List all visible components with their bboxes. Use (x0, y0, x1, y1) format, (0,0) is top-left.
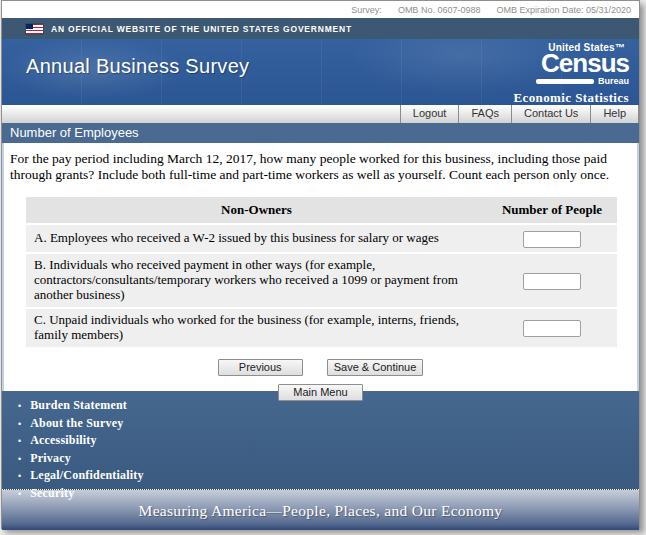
bullet-icon: • (18, 454, 21, 464)
footer-link-label[interactable]: About the Survey (30, 416, 123, 431)
browser-viewport: Survey: OMB No. 0607-0988 OMB Expiration… (0, 0, 646, 535)
survey-label: Survey: (351, 5, 382, 15)
bullet-icon: • (18, 436, 21, 446)
omb-number: OMB No. 0607-0988 (398, 5, 481, 15)
bullet-icon: • (18, 489, 21, 499)
main-menu-button[interactable]: Main Menu (278, 384, 363, 401)
row-c-input-cell (487, 318, 617, 337)
footer-link-label[interactable]: Burden Statement (30, 398, 127, 413)
footer-link-label[interactable]: Accessibility (30, 433, 97, 448)
nav-faqs[interactable]: FAQs (458, 105, 511, 123)
banner-text: Measuring America—People, Places, and Ou… (139, 502, 503, 520)
census-bureau-logo: United States™ Census Bureau Economic St… (509, 42, 629, 105)
measuring-america-banner: Measuring America—People, Places, and Ou… (2, 489, 639, 530)
logo-underline-bar (536, 79, 594, 84)
row-a-number-input[interactable] (523, 231, 581, 248)
row-a-input-cell (487, 229, 617, 248)
nav-help[interactable]: Help (590, 105, 639, 123)
app-title: Annual Business Survey (26, 55, 249, 78)
footer-link-label[interactable]: Security (30, 486, 74, 501)
survey-page: Survey: OMB No. 0607-0988 OMB Expiration… (1, 0, 640, 529)
omb-expiration: OMB Expiration Date: 05/31/2020 (496, 5, 631, 15)
table-header-row: Non-Owners Number of People (26, 197, 617, 223)
logo-economic-statistics: Economic Statistics (509, 90, 629, 105)
row-b-label: B. Individuals who received payment in o… (34, 258, 487, 303)
footer-link-label[interactable]: Legal/Confidentiality (30, 468, 144, 483)
main-content: For the pay period including March 12, 2… (2, 143, 639, 391)
bullet-icon: • (18, 401, 21, 411)
footer-link-label[interactable]: Privacy (30, 451, 71, 466)
col-header-non-owners: Non-Owners (26, 202, 487, 218)
footer-item-about-the-survey[interactable]: • About the Survey (18, 416, 639, 431)
question-text: For the pay period including March 12, 2… (4, 143, 637, 183)
previous-button[interactable]: Previous (218, 359, 303, 376)
footer-item-privacy[interactable]: • Privacy (18, 451, 639, 466)
employees-table: Non-Owners Number of People A. Employees… (26, 197, 617, 346)
nav-logout[interactable]: Logout (400, 105, 459, 123)
us-flag-icon (26, 24, 43, 34)
logo-census: Census (509, 53, 629, 74)
button-row: Previous Save & Continue (4, 359, 637, 376)
row-b-input-cell (487, 271, 617, 290)
col-header-number-of-people: Number of People (487, 202, 617, 218)
row-c-number-input[interactable] (523, 320, 581, 337)
page-title: Number of Employees (2, 123, 639, 143)
row-c-label: C. Unpaid individuals who worked for the… (34, 313, 487, 343)
omb-info-strip: Survey: OMB No. 0607-0988 OMB Expiration… (2, 1, 639, 18)
row-a-label: A. Employees who received a W-2 issued b… (34, 231, 487, 246)
top-nav: Logout FAQs Contact Us Help (2, 105, 639, 123)
nav-contact-us[interactable]: Contact Us (511, 105, 590, 123)
save-continue-button[interactable]: Save & Continue (327, 359, 424, 376)
footer-item-accessibility[interactable]: • Accessibility (18, 433, 639, 448)
app-header: Annual Business Survey United States™ Ce… (2, 39, 639, 105)
table-row: C. Unpaid individuals who worked for the… (26, 309, 617, 347)
footer-item-legal-confidentiality[interactable]: • Legal/Confidentiality (18, 468, 639, 483)
logo-bureau: Bureau (598, 76, 629, 86)
table-row: B. Individuals who received payment in o… (26, 254, 617, 307)
row-b-number-input[interactable] (523, 273, 581, 290)
bullet-icon: • (18, 419, 21, 429)
official-website-text: AN OFFICIAL WEBSITE OF THE UNITED STATES… (51, 24, 352, 34)
official-website-banner: AN OFFICIAL WEBSITE OF THE UNITED STATES… (2, 18, 639, 39)
footer-links: • Burden Statement • About the Survey • … (2, 391, 639, 489)
table-row: A. Employees who received a W-2 issued b… (26, 225, 617, 252)
bullet-icon: • (18, 471, 21, 481)
